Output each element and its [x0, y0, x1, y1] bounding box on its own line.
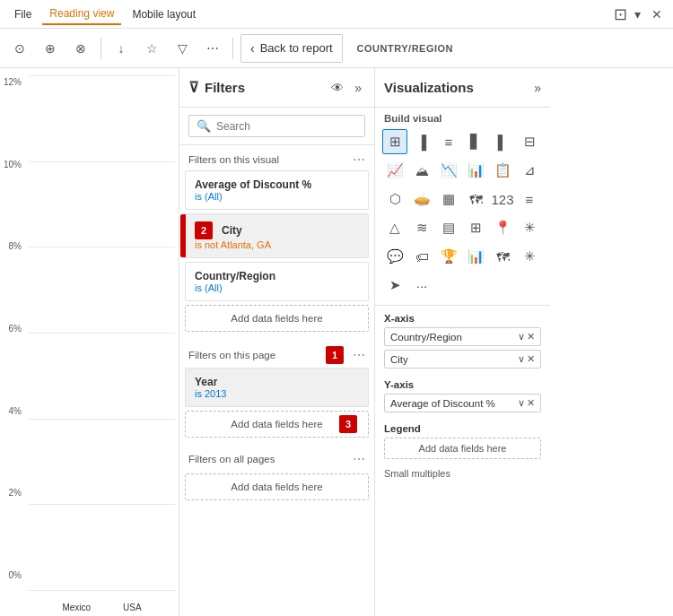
- filter-eye-icon[interactable]: 👁: [328, 79, 347, 97]
- viz-icon-arrow[interactable]: ➤: [382, 273, 407, 298]
- filter-expand-icon[interactable]: »: [351, 79, 365, 97]
- year-title: Year: [195, 376, 359, 388]
- y-label-4: 4%: [9, 406, 22, 416]
- add-field-visual[interactable]: Add data fields here: [185, 305, 369, 332]
- viz-icon-map[interactable]: 🗺: [463, 187, 488, 212]
- viz-icon-gauge[interactable]: △: [382, 215, 407, 240]
- filter-card-country[interactable]: Country/Region is (All): [185, 262, 369, 301]
- viz-icon-decomp[interactable]: 📊: [463, 244, 488, 269]
- search-icon: 🔍: [197, 119, 211, 133]
- filter-section-all-header: Filters on all pages ⋯: [179, 445, 374, 470]
- search-box[interactable]: 🔍: [188, 115, 365, 137]
- menu-bar: File Reading view Mobile layout ⊡ ▾ ✕: [0, 0, 673, 29]
- menu-mobile-layout[interactable]: Mobile layout: [125, 4, 203, 24]
- close-icon[interactable]: ✕: [648, 7, 666, 22]
- x-label-mexico: Mexico: [62, 603, 91, 612]
- dropdown-icon[interactable]: ▾: [631, 7, 644, 22]
- add-field-page-badge: 3: [339, 415, 357, 433]
- viz-icon-ribbon[interactable]: 📊: [463, 158, 488, 183]
- filters-title-container: ⊽ Filters: [188, 79, 245, 96]
- viz-icon-bar[interactable]: ▐: [409, 129, 434, 154]
- grid-line-3: [29, 247, 175, 247]
- column-header-label: COUNTRY/REGION: [357, 43, 453, 54]
- visualizations-panel: Visualizations » Build visual ⊞ ▐ ≡ ▋ ▌ …: [375, 68, 550, 616]
- year-value: is 2013: [195, 388, 359, 399]
- xaxis-city-icons: ∨ ✕: [518, 353, 535, 365]
- toolbar-icon-1[interactable]: ⊙: [7, 36, 32, 61]
- xaxis-field-city: City ∨ ✕: [384, 350, 541, 369]
- filter-section-visual-more[interactable]: ⋯: [353, 152, 365, 167]
- viz-icon-funnel[interactable]: ⊿: [517, 158, 542, 183]
- legend-add-field[interactable]: Add data fields here: [384, 438, 541, 459]
- viz-icon-table2[interactable]: ≡: [517, 187, 542, 212]
- viz-icon-matrix[interactable]: ⊟: [517, 129, 542, 154]
- viz-icons-row5: 💬 🏷 🏆 📊 🗺 ✳: [375, 242, 550, 271]
- add-field-all[interactable]: Add data fields here: [185, 473, 369, 500]
- search-input[interactable]: [216, 120, 357, 133]
- xaxis-city-chevron[interactable]: ∨: [518, 353, 525, 365]
- yaxis-section: Y-axis Average of Discount % ∨ ✕: [375, 376, 550, 420]
- viz-icon-line2[interactable]: 📍: [490, 215, 515, 240]
- viz-icon-stacked[interactable]: ▌: [490, 129, 515, 154]
- add-field-page[interactable]: Add data fields here 3: [185, 411, 369, 438]
- viz-icon-hbar[interactable]: ≡: [436, 129, 461, 154]
- viz-icon-arcgis[interactable]: 🗺: [490, 244, 515, 269]
- filter-section-page-more[interactable]: ⋯: [353, 348, 365, 362]
- menu-reading-view[interactable]: Reading view: [42, 4, 121, 25]
- yaxis-field-avg: Average of Discount % ∨ ✕: [384, 394, 541, 412]
- viz-icon-star[interactable]: ✳: [517, 244, 542, 269]
- filter-avg-discount-value: is (All): [195, 191, 359, 202]
- viz-icon-shape[interactable]: ✳: [517, 215, 542, 240]
- toolbar-icon-3[interactable]: ⊗: [68, 36, 93, 61]
- toolbar-icon-4[interactable]: ↓: [109, 36, 134, 61]
- viz-icon-table[interactable]: ⊞: [382, 129, 407, 154]
- viz-expand-icon[interactable]: »: [534, 81, 541, 95]
- filter-section-page-header: Filters on this page 1 ⋯: [179, 339, 374, 368]
- viz-icon-matrix2[interactable]: ▤: [436, 215, 461, 240]
- viz-icon-line[interactable]: 📈: [382, 158, 407, 183]
- back-arrow-icon: ‹: [250, 41, 255, 56]
- viz-icon-area[interactable]: ⛰: [409, 158, 434, 183]
- viz-icon-scatter[interactable]: ⬡: [382, 187, 407, 212]
- back-to-report-button[interactable]: ‹ Back to report: [240, 34, 343, 63]
- viz-icon-card-num[interactable]: 123: [490, 187, 515, 212]
- filter-card-city[interactable]: 2 City is not Atlanta, GA: [185, 213, 369, 258]
- filter-card-year[interactable]: Year is 2013: [185, 368, 369, 407]
- filters-title-text: Filters: [205, 80, 245, 95]
- toolbar-icon-5[interactable]: ☆: [139, 36, 164, 61]
- yaxis-avg-label: Average of Discount %: [390, 398, 518, 409]
- toolbar-icon-6[interactable]: ▽: [170, 36, 195, 61]
- viz-icon-clustered[interactable]: ▋: [463, 129, 488, 154]
- y-label-6: 6%: [9, 324, 22, 334]
- viz-icon-text[interactable]: 💬: [382, 244, 407, 269]
- chart-area: 12% 10% 8% 6% 4% 2% 0%: [0, 68, 179, 616]
- grid-line-1: [29, 75, 175, 76]
- xaxis-country-remove[interactable]: ✕: [527, 331, 535, 343]
- yaxis-avg-remove[interactable]: ✕: [527, 397, 535, 409]
- toolbar-icon-2[interactable]: ⊕: [38, 36, 63, 61]
- menu-file[interactable]: File: [7, 4, 39, 24]
- viz-icon-award[interactable]: 🏆: [436, 244, 461, 269]
- yaxis-avg-chevron[interactable]: ∨: [518, 397, 525, 409]
- filter-country-value: is (All): [195, 282, 359, 293]
- xaxis-country-chevron[interactable]: ∨: [518, 331, 525, 343]
- filter-section-all-more[interactable]: ⋯: [353, 452, 365, 466]
- viz-icon-pie[interactable]: 🥧: [409, 187, 434, 212]
- viz-icon-treemap[interactable]: ▦: [436, 187, 461, 212]
- viz-icon-waterfall[interactable]: 📋: [490, 158, 515, 183]
- viz-icons-row2: 📈 ⛰ 📉 📊 📋 ⊿: [375, 156, 550, 185]
- main-content: 12% 10% 8% 6% 4% 2% 0%: [0, 68, 673, 616]
- viz-icon-kpi[interactable]: ≋: [409, 215, 434, 240]
- top-right-icon[interactable]: ⊡: [614, 4, 627, 24]
- small-multiples-label: Small multiples: [375, 466, 550, 482]
- xaxis-section: X-axis Country/Region ∨ ✕ City ∨ ✕: [375, 309, 550, 376]
- viz-icon-slicer[interactable]: 🏷: [409, 244, 434, 269]
- toolbar-icon-7[interactable]: ⋯: [200, 36, 225, 61]
- y-label-2: 2%: [9, 488, 22, 498]
- viz-icon-more[interactable]: ···: [409, 273, 434, 298]
- viz-icon-combo[interactable]: 📉: [436, 158, 461, 183]
- filter-card-avg-discount[interactable]: Average of Discount % is (All): [185, 170, 369, 210]
- viz-icon-table3[interactable]: ⊞: [463, 215, 488, 240]
- filter-country-title: Country/Region: [195, 270, 359, 282]
- xaxis-city-remove[interactable]: ✕: [527, 353, 535, 365]
